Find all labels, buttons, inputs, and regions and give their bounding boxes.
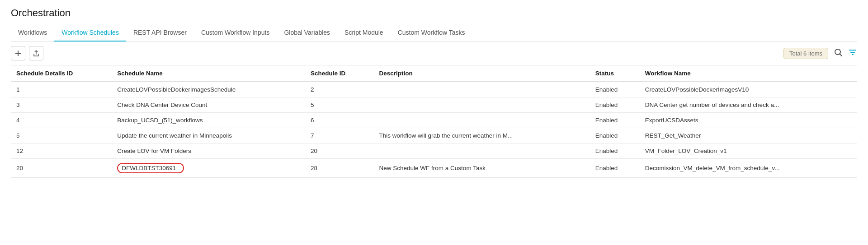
cell-workflow-name: VM_Folder_LOV_Creation_v1 bbox=[640, 143, 857, 159]
cell-status: Enabled bbox=[590, 113, 640, 128]
header-row: Schedule Details IDSchedule NameSchedule… bbox=[11, 65, 857, 82]
page-title: Orchestration bbox=[11, 7, 857, 19]
table-row[interactable]: 3Check DNA Center Device Count5EnabledDN… bbox=[11, 97, 857, 113]
cell-schedule-details-id: 1 bbox=[11, 82, 112, 97]
cell-description: This workflow will grab the current weat… bbox=[374, 128, 590, 143]
cell-schedule-name: CreateLOVPossibleDockerImagesSchedule bbox=[112, 82, 305, 97]
tab-custom-workflow-tasks[interactable]: Custom Workflow Tasks bbox=[391, 24, 472, 42]
cell-schedule-id: 7 bbox=[305, 128, 374, 143]
col-header-description: Description bbox=[374, 65, 590, 82]
cell-status: Enabled bbox=[590, 159, 640, 178]
tab-workflow-schedules[interactable]: Workflow Schedules bbox=[54, 24, 126, 42]
schedules-table: Schedule Details IDSchedule NameSchedule… bbox=[11, 65, 857, 178]
cell-workflow-name: REST_Get_Weather bbox=[640, 128, 857, 143]
cell-description bbox=[374, 82, 590, 97]
plus-icon bbox=[14, 50, 22, 57]
toolbar: Total 6 items bbox=[11, 42, 857, 65]
cell-workflow-name: DNA Center get number of devices and che… bbox=[640, 97, 857, 113]
cell-schedule-details-id: 12 bbox=[11, 143, 112, 159]
cell-schedule-id: 20 bbox=[305, 143, 374, 159]
tab-bar: WorkflowsWorkflow SchedulesREST API Brow… bbox=[11, 24, 857, 42]
cell-schedule-id: 28 bbox=[305, 159, 374, 178]
table-row[interactable]: 20DFWLDBTST3069128New Schedule WF from a… bbox=[11, 159, 857, 178]
toolbar-left bbox=[11, 46, 783, 60]
table-row[interactable]: 4Backup_UCSD_(51)_workflows6EnabledExpor… bbox=[11, 113, 857, 128]
col-header-status: Status bbox=[590, 65, 640, 82]
toolbar-right: Total 6 items bbox=[783, 48, 857, 59]
filter-icon bbox=[848, 48, 857, 57]
cell-schedule-name: Backup_UCSD_(51)_workflows bbox=[112, 113, 305, 128]
cell-schedule-name: Check DNA Center Device Count bbox=[112, 97, 305, 113]
cell-workflow-name: CreateLOVPossibleDockerImagesV10 bbox=[640, 82, 857, 97]
svg-rect-1 bbox=[15, 53, 21, 54]
cell-schedule-details-id: 4 bbox=[11, 113, 112, 128]
cell-schedule-name: Update the current weather in Minneapoli… bbox=[112, 128, 305, 143]
cell-workflow-name: Decomission_VM_delete_VM_from_schedule_v… bbox=[640, 159, 857, 178]
table-row[interactable]: 5Update the current weather in Minneapol… bbox=[11, 128, 857, 143]
cell-schedule-details-id: 3 bbox=[11, 97, 112, 113]
col-header-schedule-id: Schedule ID bbox=[305, 65, 374, 82]
add-button[interactable] bbox=[11, 46, 25, 60]
search-button[interactable] bbox=[834, 48, 843, 59]
table-row[interactable]: 12Create LOV for VM Folders20EnabledVM_F… bbox=[11, 143, 857, 159]
cell-status: Enabled bbox=[590, 82, 640, 97]
cell-schedule-id: 2 bbox=[305, 82, 374, 97]
tab-rest-api-browser[interactable]: REST API Browser bbox=[126, 24, 194, 42]
cell-status: Enabled bbox=[590, 128, 640, 143]
cell-description bbox=[374, 143, 590, 159]
cell-schedule-name: DFWLDBTST30691 bbox=[112, 159, 305, 178]
table-header: Schedule Details IDSchedule NameSchedule… bbox=[11, 65, 857, 82]
cell-schedule-details-id: 20 bbox=[11, 159, 112, 178]
cell-status: Enabled bbox=[590, 97, 640, 113]
cell-description bbox=[374, 113, 590, 128]
cell-description: New Schedule WF from a Custom Task bbox=[374, 159, 590, 178]
table-row[interactable]: 1CreateLOVPossibleDockerImagesSchedule2E… bbox=[11, 82, 857, 97]
svg-line-3 bbox=[840, 54, 842, 56]
tab-global-variables[interactable]: Global Variables bbox=[277, 24, 337, 42]
cell-schedule-id: 6 bbox=[305, 113, 374, 128]
search-icon bbox=[834, 48, 843, 57]
tab-workflows[interactable]: Workflows bbox=[11, 24, 54, 42]
annotated-cell: DFWLDBTST30691 bbox=[117, 163, 184, 173]
cell-schedule-details-id: 5 bbox=[11, 128, 112, 143]
col-header-workflow-name: Workflow Name bbox=[640, 65, 857, 82]
col-header-schedule-details-id: Schedule Details ID bbox=[11, 65, 112, 82]
cell-workflow-name: ExportUCSDAssets bbox=[640, 113, 857, 128]
table-body: 1CreateLOVPossibleDockerImagesSchedule2E… bbox=[11, 82, 857, 178]
col-header-schedule-name: Schedule Name bbox=[112, 65, 305, 82]
tab-custom-workflow-inputs[interactable]: Custom Workflow Inputs bbox=[194, 24, 277, 42]
cell-description bbox=[374, 97, 590, 113]
cell-schedule-id: 5 bbox=[305, 97, 374, 113]
filter-button[interactable] bbox=[848, 48, 857, 59]
cell-schedule-name: Create LOV for VM Folders bbox=[112, 143, 305, 159]
export-icon bbox=[33, 50, 40, 57]
total-items-badge: Total 6 items bbox=[783, 48, 828, 59]
strikethrough-cell: Create LOV for VM Folders bbox=[117, 148, 191, 154]
tab-script-module[interactable]: Script Module bbox=[337, 24, 391, 42]
export-button[interactable] bbox=[29, 46, 43, 60]
cell-status: Enabled bbox=[590, 143, 640, 159]
